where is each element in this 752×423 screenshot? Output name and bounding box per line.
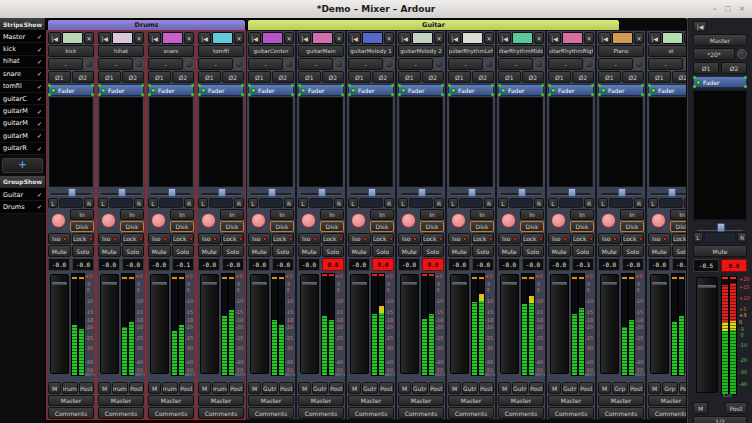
mute-button[interactable]: Mute	[498, 245, 521, 257]
monitor-input-button[interactable]: In	[120, 209, 144, 220]
phase1-button[interactable]: Ø1	[548, 71, 571, 83]
trim-knob[interactable]	[434, 59, 444, 69]
add-strip-button[interactable]: +	[2, 158, 43, 173]
pan-slider[interactable]	[97, 187, 145, 197]
gain-display[interactable]: -0.0	[598, 258, 620, 271]
phase1-button[interactable]: Ø1	[148, 71, 171, 83]
phase2-button[interactable]: Ø2	[672, 71, 687, 83]
mono-button[interactable]: M	[198, 382, 211, 394]
processor-fader-entry[interactable]: Fader	[398, 84, 444, 96]
solo-safe-button[interactable]: Lock	[322, 233, 345, 244]
pan-right-button[interactable]: R	[434, 198, 444, 208]
comments-button[interactable]: Comments	[48, 407, 94, 419]
pan-right-button[interactable]: R	[284, 198, 294, 208]
pan-handle[interactable]	[668, 188, 676, 197]
strip-color-swatch[interactable]	[562, 32, 583, 44]
strip-name-button[interactable]: kick	[48, 45, 94, 57]
processor-box[interactable]	[649, 97, 686, 187]
metering-point-button[interactable]: Post	[679, 382, 687, 394]
processor-active-led[interactable]	[301, 88, 306, 93]
solo-button[interactable]: Solo	[672, 245, 687, 257]
close-icon[interactable]: ✕	[739, 4, 745, 14]
processor-box[interactable]	[49, 97, 93, 187]
strip-input-button[interactable]: -	[498, 58, 533, 70]
strip-hide-button[interactable]: |◀	[98, 32, 111, 44]
metering-point-button[interactable]: Post	[579, 382, 595, 394]
strip-name-button[interactable]: guitarMelody 1	[348, 45, 394, 57]
strip-color-swatch[interactable]	[262, 32, 283, 44]
peak-display[interactable]: -0.0	[472, 258, 494, 271]
master-phase1-button[interactable]: Ø1	[693, 62, 719, 74]
strip-close-icon[interactable]: ✕	[484, 32, 494, 44]
gain-display[interactable]: -0.0	[398, 258, 420, 271]
peak-display[interactable]: -0.0	[122, 258, 144, 271]
processor-active-led[interactable]	[101, 88, 106, 93]
processor-fader-entry[interactable]: Fader	[248, 84, 294, 96]
pan-right-button[interactable]: R	[484, 198, 494, 208]
group-button[interactable]: Drums	[112, 382, 128, 394]
strip-hide-button[interactable]: |◀	[348, 32, 361, 44]
phase2-button[interactable]: Ø2	[472, 71, 495, 83]
processor-fader-entry[interactable]: Fader	[98, 84, 144, 96]
gain-display[interactable]: -0.0	[148, 258, 170, 271]
phase1-button[interactable]: Ø1	[648, 71, 671, 83]
trim-knob[interactable]	[334, 59, 344, 69]
pan-left-button[interactable]: L	[548, 198, 558, 208]
gain-fader[interactable]	[300, 274, 319, 374]
solo-safe-button[interactable]: Lock	[622, 233, 645, 244]
master-metering-point-button[interactable]: Post	[725, 402, 747, 414]
mono-button[interactable]: M	[98, 382, 111, 394]
monitor-disk-button[interactable]: Disk	[220, 221, 244, 232]
strip-hide-button[interactable]: |◀	[448, 32, 461, 44]
processor-active-led[interactable]	[696, 80, 701, 85]
solo-safe-button[interactable]: Lock	[522, 233, 545, 244]
monitor-input-button[interactable]: In	[570, 209, 594, 220]
solo-isolate-button[interactable]: Iso	[248, 233, 271, 244]
master-hide-button[interactable]: |◀	[693, 21, 707, 32]
record-enable-button[interactable]	[251, 213, 266, 228]
strip-visible-check[interactable]: ✓	[37, 70, 42, 77]
strip-close-icon[interactable]: ✕	[584, 32, 594, 44]
comments-button[interactable]: Comments	[498, 407, 544, 419]
peak-display[interactable]: -0.0	[72, 258, 94, 271]
strip-name-button[interactable]: hihat	[98, 45, 144, 57]
group-button[interactable]: Grp	[662, 382, 678, 394]
solo-button[interactable]: Solo	[422, 245, 445, 257]
solo-isolate-button[interactable]: Iso	[398, 233, 421, 244]
gain-fader[interactable]	[150, 274, 169, 374]
monitor-input-button[interactable]: In	[420, 209, 444, 220]
pan-slider[interactable]	[297, 187, 345, 197]
pan-handle[interactable]	[318, 188, 326, 197]
pan-handle[interactable]	[717, 223, 725, 232]
mono-button[interactable]: M	[548, 382, 561, 394]
comments-button[interactable]: Comments	[98, 407, 144, 419]
pan-right-button[interactable]: R	[684, 198, 686, 208]
processor-active-led[interactable]	[551, 88, 556, 93]
pan-slider[interactable]	[397, 187, 445, 197]
strip-hide-button[interactable]: |◀	[598, 32, 611, 44]
processor-fader-entry[interactable]: Fader	[648, 84, 686, 96]
strip-close-icon[interactable]: ✕	[334, 32, 344, 44]
comments-button[interactable]: Comments	[148, 407, 194, 419]
pan-slider[interactable]	[597, 187, 645, 197]
output-button[interactable]: Master	[648, 395, 686, 406]
strip-input-button[interactable]: -	[348, 58, 383, 70]
pan-right-button[interactable]: R	[184, 198, 194, 208]
strip-close-icon[interactable]: ✕	[284, 32, 294, 44]
processor-fader-entry[interactable]: Fader	[148, 84, 194, 96]
solo-button[interactable]: Solo	[372, 245, 395, 257]
comments-button[interactable]: Comments	[598, 407, 644, 419]
processor-active-led[interactable]	[651, 88, 656, 93]
monitor-disk-button[interactable]: Disk	[520, 221, 544, 232]
processor-fader-entry[interactable]: Fader	[48, 84, 94, 96]
solo-safe-button[interactable]: Lock	[472, 233, 495, 244]
strip-input-button[interactable]: -	[448, 58, 483, 70]
strip-hide-button[interactable]: |◀	[48, 32, 61, 44]
pan-left-button[interactable]: L	[348, 198, 358, 208]
mono-button[interactable]: M	[48, 382, 61, 394]
output-button[interactable]: Master	[348, 395, 394, 406]
strip-hide-button[interactable]: |◀	[548, 32, 561, 44]
pan-left-button[interactable]: L	[248, 198, 258, 208]
phase1-button[interactable]: Ø1	[248, 71, 271, 83]
output-button[interactable]: Master	[198, 395, 244, 406]
